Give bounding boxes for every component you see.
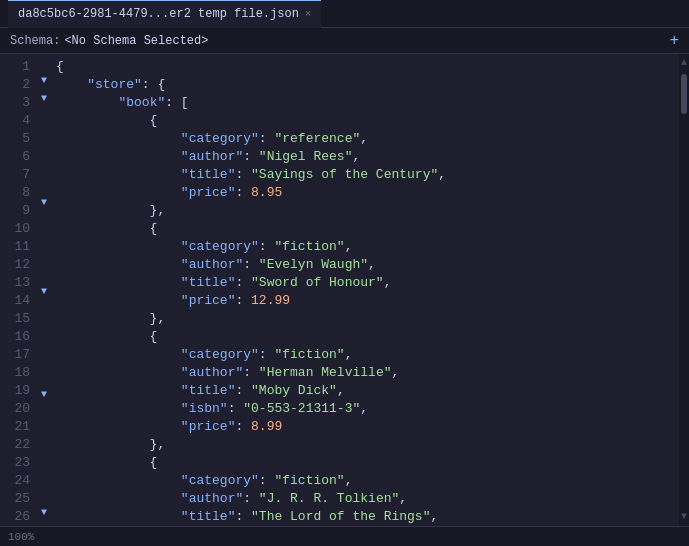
code-segment: : xyxy=(259,346,275,364)
scroll-up-arrow[interactable]: ▲ xyxy=(681,56,687,70)
line-number: 16 xyxy=(0,328,30,346)
code-segment: "reference" xyxy=(274,130,360,148)
code-segment: "category" xyxy=(181,238,259,256)
line-number: 12 xyxy=(0,256,30,274)
code-segment: { xyxy=(56,112,157,130)
code-line: }, xyxy=(56,202,679,220)
fold-icon xyxy=(36,404,52,418)
line-number: 11 xyxy=(0,238,30,256)
fold-gutter-col: ▼▼▼▼▼▼ xyxy=(36,54,52,526)
code-segment: 12.99 xyxy=(251,292,290,310)
fold-icon xyxy=(36,433,52,447)
code-segment: : xyxy=(243,148,259,166)
code-line: "author": "Nigel Rees", xyxy=(56,148,679,166)
code-segment: "0-553-21311-3" xyxy=(243,400,360,418)
scrollbar-vertical[interactable]: ▲ ▼ xyxy=(679,54,689,526)
fold-icon[interactable]: ▼ xyxy=(36,194,52,212)
line-number: 3 xyxy=(0,94,30,112)
line-number: 20 xyxy=(0,400,30,418)
fold-icon xyxy=(36,315,52,329)
code-segment xyxy=(56,256,181,274)
code-line: { xyxy=(56,112,679,130)
fold-icon xyxy=(36,344,52,358)
code-segment xyxy=(56,508,181,526)
code-segment: }, xyxy=(56,202,165,220)
line-number: 21 xyxy=(0,418,30,436)
code-segment: "title" xyxy=(181,508,236,526)
line-number: 26 xyxy=(0,508,30,526)
line-number: 19 xyxy=(0,382,30,400)
code-segment: "fiction" xyxy=(274,472,344,490)
code-line: "title": "Moby Dick", xyxy=(56,382,679,400)
code-segment: , xyxy=(384,274,392,292)
code-segment xyxy=(56,238,181,256)
line-number: 22 xyxy=(0,436,30,454)
fold-icon[interactable]: ▼ xyxy=(36,90,52,108)
code-area: { "store": { "book": [ { "category": "re… xyxy=(52,54,679,526)
code-line: }, xyxy=(56,310,679,328)
code-segment: "J. R. R. Tolkien" xyxy=(259,490,399,508)
fold-icon xyxy=(36,137,52,151)
code-segment: 8.95 xyxy=(251,184,282,202)
code-segment xyxy=(56,76,87,94)
code-segment: "category" xyxy=(181,346,259,364)
code-segment: "author" xyxy=(181,364,243,382)
code-segment: { xyxy=(56,454,157,472)
fold-icon xyxy=(36,329,52,343)
scroll-down-arrow[interactable]: ▼ xyxy=(681,510,687,524)
code-segment: }, xyxy=(56,310,165,328)
code-segment xyxy=(56,382,181,400)
code-segment: : xyxy=(228,400,244,418)
fold-icon[interactable]: ▼ xyxy=(36,283,52,301)
code-segment xyxy=(56,274,181,292)
zoom-level: 100% xyxy=(8,531,34,543)
code-line: "price": 8.95 xyxy=(56,184,679,202)
code-segment: : xyxy=(259,472,275,490)
fold-icon[interactable]: ▼ xyxy=(36,504,52,522)
fold-icon[interactable]: ▼ xyxy=(36,386,52,404)
add-button[interactable]: + xyxy=(669,28,679,54)
tab-close-icon[interactable]: × xyxy=(305,8,312,20)
code-line: "store": { xyxy=(56,76,679,94)
code-segment: "Sayings of the Century" xyxy=(251,166,438,184)
tab-filename: da8c5bc6-2981-4479...er2 temp file.json xyxy=(18,7,299,21)
code-segment: "book" xyxy=(118,94,165,112)
line-number: 9 xyxy=(0,202,30,220)
code-segment xyxy=(56,94,118,112)
code-line: }, xyxy=(56,436,679,454)
code-segment: , xyxy=(368,256,376,274)
code-segment: "Evelyn Waugh" xyxy=(259,256,368,274)
code-segment xyxy=(56,418,181,436)
fold-icon[interactable]: ▼ xyxy=(36,72,52,90)
code-line: { xyxy=(56,454,679,472)
fold-icon xyxy=(36,301,52,315)
line-number: 13 xyxy=(0,274,30,292)
code-line: "isbn": "0-553-21311-3", xyxy=(56,400,679,418)
code-segment xyxy=(56,148,181,166)
code-segment: "Nigel Rees" xyxy=(259,148,353,166)
code-segment: , xyxy=(345,472,353,490)
code-segment: : xyxy=(235,418,251,436)
code-segment: : xyxy=(235,274,251,292)
line-number: 17 xyxy=(0,346,30,364)
fold-icon xyxy=(36,372,52,386)
code-segment: "author" xyxy=(181,148,243,166)
code-line: { xyxy=(56,220,679,238)
code-segment: }, xyxy=(56,436,165,454)
code-segment: "title" xyxy=(181,166,236,184)
fold-icon xyxy=(36,151,52,165)
fold-icon xyxy=(36,269,52,283)
code-segment: "category" xyxy=(181,130,259,148)
code-line: "category": "fiction", xyxy=(56,472,679,490)
code-segment xyxy=(56,490,181,508)
scroll-thumb[interactable] xyxy=(681,74,687,114)
fold-icon xyxy=(36,212,52,226)
code-segment xyxy=(56,364,181,382)
fold-icon xyxy=(36,122,52,136)
tab[interactable]: da8c5bc6-2981-4479...er2 temp file.json … xyxy=(8,0,321,28)
code-line: "book": [ xyxy=(56,94,679,112)
line-numbers-col: 1234567891011121314151617181920212223242… xyxy=(0,54,36,526)
code-segment xyxy=(56,184,181,202)
code-segment: : xyxy=(235,382,251,400)
code-line: "author": "J. R. R. Tolkien", xyxy=(56,490,679,508)
